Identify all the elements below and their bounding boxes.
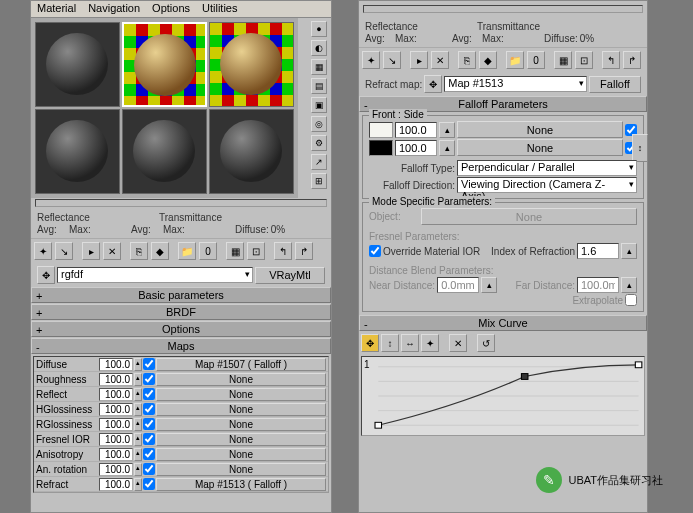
move-icon[interactable]: ✥	[361, 334, 379, 352]
map-amount[interactable]	[99, 388, 133, 401]
mat-count-icon[interactable]: ⊞	[311, 173, 327, 189]
map-slot-button[interactable]: None	[156, 403, 326, 416]
show-map-icon[interactable]: ▦	[226, 242, 244, 260]
map-slot-button[interactable]: None	[156, 388, 326, 401]
go-parent-icon-r[interactable]: ↰	[602, 51, 620, 69]
scale-v-icon[interactable]: ↕	[381, 334, 399, 352]
spinner-icon[interactable]: ▴	[134, 418, 142, 431]
material-slot-4[interactable]	[35, 109, 120, 194]
menu-utilities[interactable]: Utilities	[202, 2, 237, 16]
make-unique-icon[interactable]: ◆	[151, 242, 169, 260]
material-slot-2[interactable]	[122, 22, 207, 107]
ior-value[interactable]	[577, 243, 619, 259]
mix-curve-graph[interactable]: 1	[361, 356, 645, 436]
options-icon[interactable]: ⚙	[311, 135, 327, 151]
color-swatch-front[interactable]	[369, 122, 393, 138]
get-material-icon-r[interactable]: ✦	[362, 51, 380, 69]
sample-type-icon[interactable]: ●	[311, 21, 327, 37]
background-icon[interactable]: ▦	[311, 59, 327, 75]
material-slot-3[interactable]	[209, 22, 294, 107]
rollout-maps[interactable]: -Maps	[31, 338, 331, 354]
falloff-dir-dropdown[interactable]: Viewing Direction (Camera Z-Axis)	[457, 177, 637, 193]
scrollbar-h[interactable]	[35, 199, 327, 207]
map-slot-button[interactable]: None	[156, 448, 326, 461]
map-enable-checkbox[interactable]	[143, 478, 155, 490]
material-slot-5[interactable]	[122, 109, 207, 194]
spinner-icon[interactable]: ▴	[134, 373, 142, 386]
reset-icon[interactable]: ✕	[103, 242, 121, 260]
put-scene-icon-r[interactable]: ↘	[383, 51, 401, 69]
library-icon-r[interactable]: 📁	[506, 51, 524, 69]
color-swatch-side[interactable]	[369, 140, 393, 156]
map-slot-button[interactable]: Map #1513 ( Falloff )	[156, 478, 326, 491]
spinner-icon[interactable]: ▴	[134, 433, 142, 446]
map-enable-checkbox[interactable]	[143, 418, 155, 430]
go-forward-icon-r[interactable]: ↱	[623, 51, 641, 69]
menu-navigation[interactable]: Navigation	[88, 2, 140, 16]
material-slot-6[interactable]	[209, 109, 294, 194]
rollout-mixcurve[interactable]: -Mix Curve	[359, 315, 647, 331]
showend-icon-r[interactable]: ⊡	[575, 51, 593, 69]
pick-icon[interactable]: ✥	[37, 266, 55, 284]
swap-icon[interactable]: ↕	[632, 134, 648, 162]
refract-map-dropdown[interactable]: Map #1513	[444, 76, 587, 92]
pick-icon-r[interactable]: ✥	[424, 75, 442, 93]
backlight-icon[interactable]: ◐	[311, 40, 327, 56]
get-material-icon[interactable]: ✦	[34, 242, 52, 260]
falloff-type-dropdown[interactable]: Perpendicular / Parallel	[457, 160, 637, 176]
map-slot-button[interactable]: None	[156, 418, 326, 431]
video-check-icon[interactable]: ▣	[311, 97, 327, 113]
material-slot-1[interactable]	[35, 22, 120, 107]
map-amount[interactable]	[99, 418, 133, 431]
map-enable-checkbox[interactable]	[143, 358, 155, 370]
spinner-icon[interactable]: ▴	[134, 463, 142, 476]
menu-material[interactable]: Material	[37, 2, 76, 16]
map-slot-button[interactable]: Map #1507 ( Falloff )	[156, 358, 326, 371]
copy-icon-r[interactable]: ⎘	[458, 51, 476, 69]
material-name-dropdown[interactable]: rgfdf	[57, 267, 253, 283]
put-library-icon[interactable]: 📁	[178, 242, 196, 260]
map-amount[interactable]	[99, 373, 133, 386]
show-end-icon[interactable]: ⊡	[247, 242, 265, 260]
id-icon-r[interactable]: 0	[527, 51, 545, 69]
map-amount[interactable]	[99, 478, 133, 491]
map-amount[interactable]	[99, 433, 133, 446]
reset-curve-icon[interactable]: ↺	[477, 334, 495, 352]
showmap-icon-r[interactable]: ▦	[554, 51, 572, 69]
preview-icon[interactable]: ◎	[311, 116, 327, 132]
map-enable-checkbox[interactable]	[143, 373, 155, 385]
add-point-icon[interactable]: ✦	[421, 334, 439, 352]
make-copy-icon[interactable]: ⎘	[130, 242, 148, 260]
map-slot-button[interactable]: None	[156, 433, 326, 446]
delete-point-icon[interactable]: ✕	[449, 334, 467, 352]
falloff-type-button[interactable]: Falloff	[589, 76, 641, 93]
map-amount[interactable]	[99, 463, 133, 476]
assign-icon[interactable]: ▸	[82, 242, 100, 260]
unique-icon-r[interactable]: ◆	[479, 51, 497, 69]
side-map-button[interactable]: None	[457, 139, 623, 156]
map-enable-checkbox[interactable]	[143, 448, 155, 460]
spinner-icon[interactable]: ▴	[134, 478, 142, 491]
map-amount[interactable]	[99, 358, 133, 371]
rollout-basic[interactable]: +Basic parameters	[31, 287, 331, 303]
reset-icon-r[interactable]: ✕	[431, 51, 449, 69]
spinner-icon[interactable]: ▴	[134, 388, 142, 401]
menu-options[interactable]: Options	[152, 2, 190, 16]
override-ior-checkbox[interactable]	[369, 245, 381, 257]
map-enable-checkbox[interactable]	[143, 463, 155, 475]
rollout-options[interactable]: +Options	[31, 321, 331, 337]
scale-h-icon[interactable]: ↔	[401, 334, 419, 352]
spinner-icon[interactable]: ▴	[134, 403, 142, 416]
put-to-scene-icon[interactable]: ↘	[55, 242, 73, 260]
map-slot-button[interactable]: None	[156, 373, 326, 386]
map-enable-checkbox[interactable]	[143, 433, 155, 445]
material-id-icon[interactable]: 0	[199, 242, 217, 260]
front-value[interactable]	[395, 122, 437, 138]
map-slot-button[interactable]: None	[156, 463, 326, 476]
material-type-button[interactable]: VRayMtl	[255, 267, 325, 284]
spinner-icon-2[interactable]: ▴	[439, 140, 455, 156]
spinner-icon[interactable]: ▴	[439, 122, 455, 138]
map-amount[interactable]	[99, 403, 133, 416]
rollout-brdf[interactable]: +BRDF	[31, 304, 331, 320]
front-map-button[interactable]: None	[457, 121, 623, 138]
